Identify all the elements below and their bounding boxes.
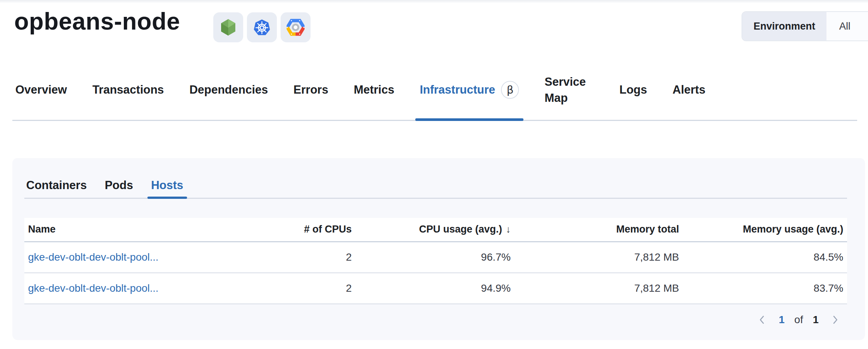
chevron-right-icon: [829, 314, 841, 326]
kubernetes-icon: [247, 12, 277, 42]
host-name-cell: gke-dev-oblt-dev-oblt-pool...: [24, 273, 234, 304]
tab-alerts[interactable]: Alerts: [673, 60, 706, 120]
tab-overview[interactable]: Overview: [15, 60, 67, 120]
infrastructure-panel: Containers Pods Hosts Name # of C: [12, 158, 865, 340]
memory-total-cell: 7,812 MB: [514, 273, 683, 304]
page-title: opbeans-node: [14, 4, 180, 39]
tab-errors[interactable]: Errors: [293, 60, 328, 120]
infrastructure-subtabs: Containers Pods Hosts: [24, 173, 847, 199]
tab-service-map[interactable]: Service Map: [544, 60, 594, 120]
next-page-button[interactable]: [828, 313, 842, 327]
memory-usage-cell: 84.5%: [683, 242, 847, 273]
tab-logs[interactable]: Logs: [619, 60, 647, 120]
column-header-cpus[interactable]: # of CPUs: [234, 218, 355, 242]
subtab-pods[interactable]: Pods: [105, 173, 133, 198]
tab-dependencies[interactable]: Dependencies: [189, 60, 268, 120]
hosts-table-header-row: Name # of CPUs CPU usage (avg.)↓ Memory …: [24, 218, 847, 242]
current-page-number[interactable]: 1: [779, 314, 785, 326]
sort-desc-icon: ↓: [506, 224, 511, 235]
environment-filter[interactable]: Environment All: [742, 11, 868, 41]
service-tabs: Overview Transactions Dependencies Error…: [12, 60, 857, 121]
subtab-hosts[interactable]: Hosts: [151, 173, 183, 198]
cpus-cell: 2: [234, 242, 355, 273]
apm-service-page: opbeans-node: [0, 0, 868, 349]
host-name-cell: gke-dev-oblt-dev-oblt-pool...: [24, 242, 234, 273]
column-header-memory-total[interactable]: Memory total: [514, 218, 683, 242]
top-shadow: [0, 0, 868, 3]
hosts-table: Name # of CPUs CPU usage (avg.)↓ Memory …: [24, 218, 847, 304]
beta-badge: β: [501, 81, 519, 99]
pagination-separator: of: [794, 314, 803, 326]
host-link[interactable]: gke-dev-oblt-dev-oblt-pool...: [28, 251, 159, 263]
pagination: 1 of 1: [755, 312, 842, 328]
tab-infrastructure[interactable]: Infrastructure β: [420, 60, 519, 120]
cpu-usage-cell: 96.7%: [355, 242, 514, 273]
memory-total-cell: 7,812 MB: [514, 242, 683, 273]
tab-transactions[interactable]: Transactions: [92, 60, 164, 120]
column-header-memory-usage[interactable]: Memory usage (avg.): [683, 218, 847, 242]
service-icon-badges: [213, 12, 311, 42]
cpu-usage-cell: 94.9%: [355, 273, 514, 304]
table-row: gke-dev-oblt-dev-oblt-pool... 2 94.9% 7,…: [24, 273, 847, 304]
gcp-icon: [281, 12, 311, 42]
memory-usage-cell: 83.7%: [683, 273, 847, 304]
total-pages: 1: [813, 314, 819, 326]
nodejs-icon: [213, 12, 243, 42]
subtab-containers[interactable]: Containers: [26, 173, 87, 198]
environment-filter-value: All: [826, 12, 863, 40]
cpus-cell: 2: [234, 273, 355, 304]
previous-page-button[interactable]: [755, 313, 769, 327]
column-header-name[interactable]: Name: [24, 218, 234, 242]
environment-filter-label: Environment: [742, 12, 826, 40]
column-header-cpu-usage[interactable]: CPU usage (avg.)↓: [355, 218, 514, 242]
table-row: gke-dev-oblt-dev-oblt-pool... 2 96.7% 7,…: [24, 242, 847, 273]
tab-metrics[interactable]: Metrics: [354, 60, 394, 120]
host-link[interactable]: gke-dev-oblt-dev-oblt-pool...: [28, 282, 159, 294]
chevron-left-icon: [756, 314, 768, 326]
